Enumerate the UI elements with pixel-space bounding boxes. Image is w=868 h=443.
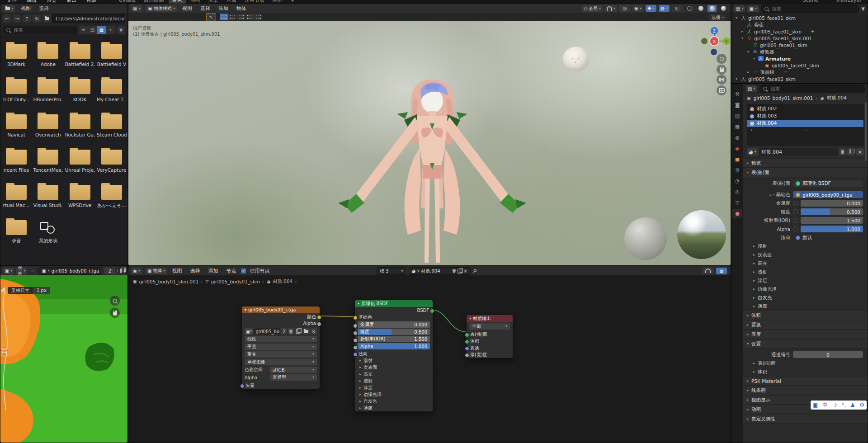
expand-caret-icon[interactable]: ▸ xyxy=(740,29,745,33)
node-dropdown[interactable]: 直通型▾ xyxy=(270,374,317,381)
viewport-menu[interactable]: 添加 xyxy=(217,5,230,12)
collapsed-panel-row[interactable]: ▸漫射 xyxy=(355,357,433,364)
decorator-dot[interactable] xyxy=(793,218,798,223)
surface-shader-field[interactable]: 原理化 BSDF xyxy=(793,180,863,187)
folder-item[interactable]: ncent Files xyxy=(0,147,32,177)
node-input-row[interactable]: 体积 xyxy=(467,338,513,344)
workspace-tab[interactable]: 脚本 xyxy=(269,0,286,4)
image-name-field[interactable]: girl005_bo... xyxy=(254,328,280,335)
input-socket[interactable] xyxy=(353,338,358,343)
outliner-display-mode[interactable]: ▤▾ xyxy=(734,5,745,12)
outliner-item[interactable]: ▾ 人 girl005_face02_skm xyxy=(731,75,868,82)
forward-button[interactable]: → xyxy=(13,14,21,23)
collapsed-panel-row[interactable]: ▸边缘光泽 xyxy=(355,391,433,398)
unlink-button[interactable]: × xyxy=(856,148,864,156)
filter-button[interactable]: ▼ xyxy=(117,26,125,34)
node-output-socket-row[interactable]: 颜色 xyxy=(242,313,320,320)
properties-filter-button[interactable]: ▤▾ xyxy=(746,85,757,92)
surface-sub-panel[interactable]: ▸涂层 xyxy=(743,276,868,285)
fake-user-icon[interactable] xyxy=(453,269,456,273)
base-color-field[interactable]: girl005_body00_r.tga xyxy=(793,191,863,198)
outliner-search-input[interactable] xyxy=(771,5,855,12)
folder-item[interactable]: 3DMark xyxy=(0,42,32,71)
breadcrumb-label[interactable]: girl005_body01_skm xyxy=(211,279,260,284)
display-size-dropdown[interactable]: ▾ xyxy=(106,26,115,34)
folder-item[interactable]: My Cheat T... xyxy=(96,77,127,107)
editor-type-button[interactable]: ◉▾ xyxy=(131,268,142,274)
workspace-tab[interactable]: 渲染 xyxy=(205,0,222,4)
settings-sub-panel[interactable]: ▸表(曲)面 xyxy=(743,359,868,368)
zoom-button[interactable] xyxy=(717,54,726,64)
base-color-row[interactable]: 基础色 xyxy=(355,314,433,320)
folder-item[interactable]: 我的形状 xyxy=(32,218,64,248)
xray-toggle[interactable]: ◧ xyxy=(672,5,683,12)
scrollbar[interactable] xyxy=(865,102,867,161)
collapsed-menus-button[interactable]: ≡ xyxy=(29,268,36,274)
zoom-button[interactable] xyxy=(110,296,120,306)
editor-type-button[interactable]: ▦▾ xyxy=(131,5,142,12)
normal-field[interactable]: 默认 xyxy=(793,234,863,241)
input-socket[interactable] xyxy=(353,352,358,357)
back-button[interactable]: ← xyxy=(3,14,11,23)
physics-tab[interactable]: ◔ xyxy=(732,176,742,185)
input-socket[interactable] xyxy=(465,353,469,358)
material-panel-header[interactable]: ▸体积 xyxy=(743,311,868,320)
outliner-item[interactable]: ▾ ▽ girl005_face01_skm.001 xyxy=(731,35,868,42)
surface-sub-panel[interactable]: ▸边缘光泽 xyxy=(743,285,868,293)
folder-item[interactable]: WPSDrive xyxy=(64,183,96,212)
view-detail-button[interactable]: ▤ xyxy=(88,26,97,34)
ime-user-icon[interactable]: ♟ xyxy=(850,402,855,408)
alpha-slider[interactable]: 1.000 xyxy=(801,226,863,232)
material-panel-header[interactable]: ▸线条画 xyxy=(743,386,868,395)
users-count[interactable]: 2 xyxy=(281,328,287,335)
fake-user-icon[interactable] xyxy=(118,269,118,273)
list-resize-handle[interactable]: ▸∷∷ xyxy=(747,127,863,132)
tool-tab[interactable]: ⚒ xyxy=(732,90,742,99)
pin-icon[interactable]: ⚲ xyxy=(471,268,478,274)
ime-settings-icon[interactable]: ⚙ xyxy=(859,402,864,408)
parent-dir-button[interactable]: ↥ xyxy=(23,14,31,23)
surface-sub-panel[interactable]: ▸自发光 xyxy=(743,293,868,302)
input-socket[interactable] xyxy=(465,346,469,351)
outliner-item[interactable]: 人 姿态 xyxy=(731,21,868,28)
surface-sub-panel[interactable]: ▸透射 xyxy=(743,268,868,276)
select-mode-3[interactable] xyxy=(237,14,245,20)
view-layer-selector[interactable]: ViewLayer xyxy=(836,0,862,3)
select-mode-5[interactable] xyxy=(254,14,262,20)
collapsed-panel-row[interactable]: ▸高光 xyxy=(355,371,433,377)
workspace-tab[interactable]: 纹理绘制 xyxy=(141,0,168,4)
ior-slider[interactable]: 1.500 xyxy=(801,217,863,224)
node-slider[interactable]: 糙度 0.500 xyxy=(358,329,430,335)
snap-button[interactable]: ▾ xyxy=(605,5,617,12)
input-socket[interactable] xyxy=(353,331,358,335)
folder-item[interactable]: Battlefield 2... xyxy=(64,42,96,71)
settings-sub-panel[interactable]: ▸体积 xyxy=(743,368,868,376)
material-output-node[interactable]: ▾材质输出 全部▾ 表(曲)面 体积 置换 xyxy=(466,315,513,358)
collapsed-panel-row[interactable]: ▸次表面 xyxy=(355,364,433,371)
expand-caret-icon[interactable]: ▾ xyxy=(746,50,750,54)
node-input-row[interactable]: 置换 xyxy=(467,344,513,351)
folder-item[interactable]: rtual Mac... xyxy=(0,183,32,212)
outliner-item[interactable]: ▾ ⚙ 修改器 xyxy=(731,48,868,55)
viewport-menu[interactable]: 视图 xyxy=(181,5,193,12)
outliner-item[interactable]: ▾ 人 Armature xyxy=(731,55,868,62)
constraints-tab[interactable]: ◎ xyxy=(732,187,742,196)
collapsed-panel-row[interactable]: ▸透射 xyxy=(355,377,433,384)
folder-item[interactable]: Visual Studi... xyxy=(32,183,64,212)
properties-search[interactable] xyxy=(760,85,865,93)
shader-editor-menu[interactable]: 节点 xyxy=(225,268,237,274)
output-socket[interactable] xyxy=(317,315,321,320)
file-search[interactable] xyxy=(3,26,77,34)
view-layer-tab[interactable]: ▦ xyxy=(732,122,742,131)
node-input-row[interactable]: 厚(宽)度 xyxy=(467,351,513,358)
workspace-tab[interactable]: + xyxy=(287,0,298,4)
node-dropdown[interactable]: 重复▾ xyxy=(245,351,317,358)
folder-item[interactable]: Adobe xyxy=(32,42,64,71)
principled-bsdf-node[interactable]: ▾原理化 BSDF BSDF 基础色 金属度 0.000 xyxy=(354,300,433,412)
node-slider[interactable]: 折射率(IOR) 1.500 xyxy=(358,336,430,342)
filter-icon[interactable]: ▼ xyxy=(861,6,865,11)
overlays-toggle[interactable]: ◍▾ xyxy=(659,5,670,12)
folder-item[interactable]: 录音 xyxy=(0,218,32,248)
expand-caret-icon[interactable]: ▾ xyxy=(740,36,745,40)
shading-wireframe-button[interactable] xyxy=(685,5,694,12)
